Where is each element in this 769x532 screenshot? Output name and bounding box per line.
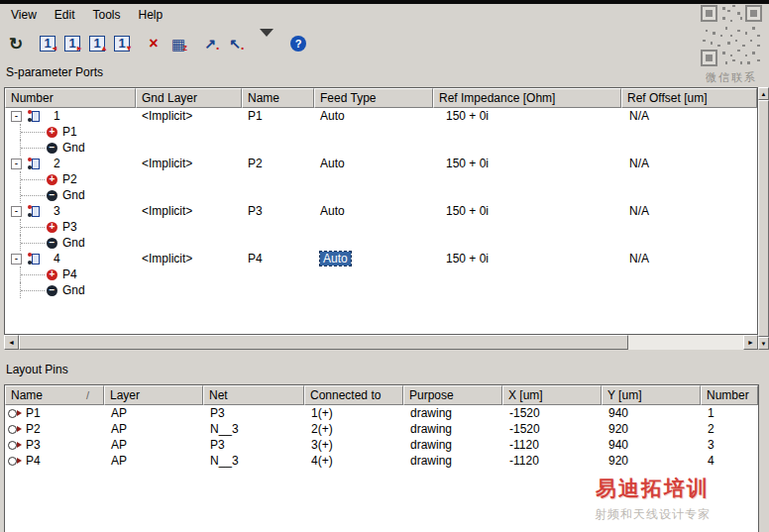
port-name-cell[interactable]: P1 bbox=[242, 108, 314, 124]
pin-cell[interactable]: − Gnd bbox=[5, 140, 85, 156]
port-number-cell[interactable]: - 3 bbox=[5, 203, 136, 219]
port-number-cell[interactable]: - 1 bbox=[5, 108, 136, 124]
y-cell[interactable]: 940 bbox=[602, 437, 701, 453]
pin-cell[interactable]: − Gnd bbox=[5, 282, 85, 298]
ref-offset-cell[interactable]: N/A bbox=[621, 251, 757, 266]
feed-type-value[interactable]: Auto bbox=[320, 204, 345, 218]
pin-row[interactable]: + P4 bbox=[5, 266, 757, 282]
pin-row[interactable]: − Gnd bbox=[5, 282, 757, 298]
menu-help[interactable]: Help bbox=[130, 6, 172, 24]
number-cell[interactable]: 2 bbox=[701, 421, 758, 437]
feed-type-cell[interactable]: Auto bbox=[314, 203, 433, 219]
port-name-cell[interactable]: P4 bbox=[242, 251, 314, 266]
layout-pin-row[interactable]: P1 AP P3 1(+) drawing -1520 940 1 bbox=[5, 405, 758, 421]
col-header-number[interactable]: Number bbox=[701, 385, 758, 405]
port-group-row[interactable]: - 1 <Implicit> P1 Auto 150 + 0i N/A bbox=[5, 108, 757, 124]
number-cell[interactable]: 4 bbox=[701, 453, 758, 469]
tree-expander-icon[interactable]: - bbox=[11, 206, 22, 217]
port-number-cell[interactable]: - 2 bbox=[5, 156, 136, 171]
gnd-layer-cell[interactable]: <Implicit> bbox=[136, 203, 242, 219]
align-pins-icon[interactable]: ↗• bbox=[198, 32, 222, 55]
feed-type-cell[interactable]: Auto bbox=[314, 108, 433, 124]
renumber-ports-icon[interactable]: 1▸ bbox=[60, 32, 84, 55]
scroll-left-icon[interactable]: ◄ bbox=[4, 335, 19, 350]
ref-offset-cell[interactable]: N/A bbox=[621, 108, 757, 124]
gnd-layer-cell[interactable]: <Implicit> bbox=[136, 108, 242, 124]
col-header-net[interactable]: Net bbox=[203, 385, 304, 405]
layout-pin-row[interactable]: P2 AP N__3 2(+) drawing -1520 920 2 bbox=[5, 421, 758, 437]
col-header-ref-offset[interactable]: Ref Offset [um] bbox=[621, 88, 757, 108]
col-header-name[interactable]: Name bbox=[242, 88, 314, 108]
col-header-pin-name[interactable]: Name/ bbox=[5, 385, 104, 405]
col-header-x[interactable]: X [um] bbox=[502, 385, 602, 405]
number-cell[interactable]: 1 bbox=[701, 405, 758, 421]
help-icon[interactable]: ? bbox=[286, 32, 310, 55]
col-header-purpose[interactable]: Purpose bbox=[403, 385, 502, 405]
connected-to-cell[interactable]: 4(+) bbox=[304, 453, 403, 469]
tree-expander-icon[interactable]: - bbox=[11, 159, 22, 169]
port-number-cell[interactable]: - 4 bbox=[5, 251, 136, 266]
gnd-layer-cell[interactable]: <Implicit> bbox=[136, 251, 242, 266]
feed-type-value[interactable]: Auto bbox=[320, 157, 345, 170]
feed-type-value-selected[interactable]: Auto bbox=[320, 252, 351, 266]
pin-row[interactable]: − Gnd bbox=[5, 235, 757, 251]
pin-name-cell[interactable]: P4 bbox=[5, 453, 104, 469]
number-cell[interactable]: 3 bbox=[701, 437, 758, 453]
ref-impedance-cell[interactable]: 150 + 0i bbox=[433, 251, 621, 266]
layout-pin-row[interactable]: P4 AP N__3 4(+) drawing -1120 920 4 bbox=[5, 453, 758, 469]
net-cell[interactable]: P3 bbox=[203, 405, 304, 421]
scroll-right-icon[interactable]: ► bbox=[743, 335, 758, 350]
gnd-layer-cell[interactable]: <Implicit> bbox=[136, 156, 242, 171]
ref-offset-cell[interactable]: N/A bbox=[621, 203, 757, 219]
feed-type-cell[interactable]: Auto bbox=[314, 156, 433, 171]
col-header-ref-impedance[interactable]: Ref Impedance [Ohm] bbox=[433, 88, 621, 108]
pin-name-cell[interactable]: P2 bbox=[5, 421, 104, 437]
layer-cell[interactable]: AP bbox=[104, 405, 203, 421]
x-cell[interactable]: -1520 bbox=[502, 405, 602, 421]
port-name-cell[interactable]: P2 bbox=[242, 156, 314, 171]
port-group-row[interactable]: - 4 <Implicit> P4 Auto 150 + 0i N/A bbox=[5, 251, 757, 266]
pick-pins-icon[interactable]: ↖• bbox=[223, 32, 247, 55]
pin-cell[interactable]: − Gnd bbox=[5, 187, 85, 203]
connected-to-cell[interactable]: 3(+) bbox=[304, 437, 403, 453]
layer-cell[interactable]: AP bbox=[104, 421, 203, 437]
pin-cell[interactable]: + P3 bbox=[5, 219, 77, 235]
purpose-cell[interactable]: drawing bbox=[403, 437, 502, 453]
ref-impedance-cell[interactable]: 150 + 0i bbox=[433, 156, 621, 171]
menu-view[interactable]: View bbox=[2, 6, 46, 24]
col-header-y[interactable]: Y [um] bbox=[602, 385, 701, 405]
col-header-number[interactable]: Number bbox=[5, 88, 136, 108]
refresh-ports-icon[interactable]: ↻ bbox=[4, 32, 28, 55]
connected-to-cell[interactable]: 2(+) bbox=[304, 421, 403, 437]
move-port-down-icon[interactable]: 1▾ bbox=[110, 32, 134, 55]
tree-expander-icon[interactable]: - bbox=[11, 111, 22, 122]
port-group-row[interactable]: - 2 <Implicit> P2 Auto 150 + 0i N/A bbox=[5, 156, 757, 171]
move-port-up-icon[interactable]: 1▴ bbox=[85, 32, 109, 55]
pin-cell[interactable]: + P2 bbox=[5, 171, 77, 187]
impedance-editor-icon[interactable]: ▦z bbox=[166, 32, 190, 55]
pin-row[interactable]: + P3 bbox=[5, 219, 757, 235]
pin-cell[interactable]: − Gnd bbox=[5, 235, 85, 251]
pin-row[interactable]: − Gnd bbox=[5, 187, 757, 203]
pin-name-cell[interactable]: P1 bbox=[5, 405, 104, 421]
net-cell[interactable]: N__3 bbox=[203, 421, 304, 437]
feed-type-value[interactable]: Auto bbox=[320, 109, 345, 123]
net-cell[interactable]: P3 bbox=[203, 437, 304, 453]
ref-offset-cell[interactable]: N/A bbox=[621, 156, 757, 171]
scroll-down-icon[interactable]: ▼ bbox=[758, 337, 769, 350]
port-group-row[interactable]: - 3 <Implicit> P3 Auto 150 + 0i N/A bbox=[5, 203, 757, 219]
pin-name-cell[interactable]: P3 bbox=[5, 437, 104, 453]
purpose-cell[interactable]: drawing bbox=[403, 405, 502, 421]
ref-impedance-cell[interactable]: 150 + 0i bbox=[433, 108, 621, 124]
purpose-cell[interactable]: drawing bbox=[403, 453, 502, 469]
pin-cell[interactable]: + P1 bbox=[5, 124, 77, 140]
port-name-cell[interactable]: P3 bbox=[242, 203, 314, 219]
y-cell[interactable]: 920 bbox=[602, 453, 701, 469]
ref-impedance-cell[interactable]: 150 + 0i bbox=[433, 203, 621, 219]
col-header-layer[interactable]: Layer bbox=[104, 385, 203, 405]
scroll-up-icon[interactable]: ▲ bbox=[758, 87, 769, 100]
y-cell[interactable]: 940 bbox=[602, 405, 701, 421]
pin-cell[interactable]: + P4 bbox=[5, 266, 77, 282]
vertical-scroll-thumb[interactable] bbox=[758, 100, 769, 337]
delete-port-icon[interactable]: × bbox=[142, 32, 165, 55]
